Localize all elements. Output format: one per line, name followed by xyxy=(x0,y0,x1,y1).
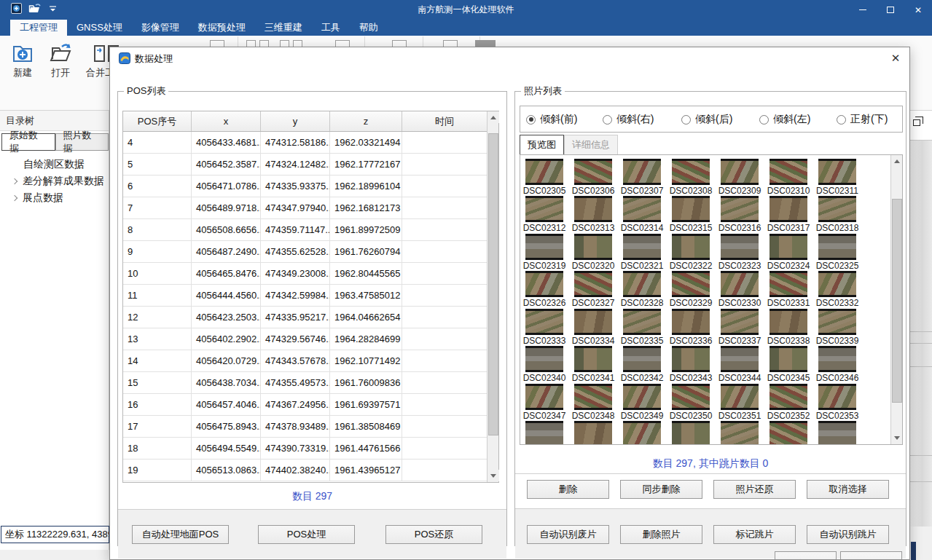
photo-thumbnail[interactable] xyxy=(574,346,612,372)
photo-cell[interactable]: DSC02353 xyxy=(814,384,861,421)
photo-cell[interactable]: DSC02306 xyxy=(570,159,616,196)
pos-button-1[interactable]: 自动处理地面POS xyxy=(132,525,229,544)
photo-cell[interactable]: DSC02337 xyxy=(716,309,763,346)
ribbon-tab-7[interactable]: 帮助 xyxy=(350,20,388,36)
photo-thumbnail[interactable] xyxy=(525,196,563,222)
photo-thumbnail[interactable] xyxy=(818,271,856,297)
photo-cell-partial[interactable] xyxy=(619,421,665,445)
tree-item-2[interactable]: 差分解算成果数据 xyxy=(0,173,109,189)
photo-thumbnail[interactable] xyxy=(623,384,661,410)
pos-table-row[interactable]: 104056465.8476...474349.23008...1962.804… xyxy=(123,263,498,285)
ribbon-tab-3[interactable]: 影像管理 xyxy=(132,20,189,36)
photo-thumbnail[interactable] xyxy=(770,159,807,185)
sidebar-tab-2[interactable]: 照片数据 xyxy=(55,133,109,151)
toolbar-button-1[interactable]: 新建 xyxy=(7,40,38,81)
photo-thumbnail[interactable] xyxy=(623,196,661,222)
photo-thumbnail[interactable] xyxy=(721,346,759,372)
photo-cell[interactable]: DSC02325 xyxy=(814,234,861,271)
pos-table-row[interactable]: 114056444.4560...474342.59984...1963.475… xyxy=(123,285,498,307)
photo-cell[interactable]: DSC02352 xyxy=(765,384,812,421)
photo-cell[interactable]: DSC02308 xyxy=(667,159,714,196)
photo-cell[interactable]: DSC02319 xyxy=(521,234,568,271)
photo-thumbnail[interactable] xyxy=(818,384,856,410)
photo-cell[interactable]: DSC02341 xyxy=(570,346,616,383)
photo-thumbnail[interactable] xyxy=(623,346,661,372)
scrollbar-thumb[interactable] xyxy=(892,199,902,403)
photo-thumbnail[interactable] xyxy=(818,421,856,445)
photo-thumbnail[interactable] xyxy=(770,271,807,297)
photo-thumbnail[interactable] xyxy=(818,159,856,185)
photo-thumbnail[interactable] xyxy=(672,271,710,297)
photo-thumbnail[interactable] xyxy=(525,234,563,260)
restore-window-icon[interactable] xyxy=(913,119,920,126)
pos-button-2[interactable]: POS处理 xyxy=(258,525,355,544)
photo-cell[interactable]: DSC02311 xyxy=(814,159,861,196)
ribbon-tab-4[interactable]: 数据预处理 xyxy=(189,20,255,36)
camera-angle-radio-2[interactable]: 倾斜(右) xyxy=(603,113,654,126)
photo-cell[interactable]: DSC02324 xyxy=(765,234,812,271)
photo-button-3[interactable]: 照片还原 xyxy=(713,480,796,499)
pos-table-row[interactable]: 174056475.8943...474378.93489...1961.385… xyxy=(123,416,498,438)
photo-thumbnail[interactable] xyxy=(574,421,612,445)
photo-cell[interactable]: DSC02342 xyxy=(619,346,665,383)
photo-cell[interactable]: DSC02345 xyxy=(765,346,812,383)
photo-cell[interactable]: DSC02316 xyxy=(716,196,763,233)
photo-thumbnail[interactable] xyxy=(525,421,563,445)
tree-item-1[interactable]: 自绘测区数据 xyxy=(0,156,109,173)
scrollbar-thumb[interactable] xyxy=(488,133,498,435)
photo-thumbnail[interactable] xyxy=(818,309,856,335)
pos-table-row[interactable]: 94056487.2490...474355.62528...1961.7626… xyxy=(123,241,498,263)
photo-thumbnail[interactable] xyxy=(623,271,661,297)
photo-button-1[interactable]: 删除 xyxy=(527,480,609,499)
photo-thumbnail[interactable] xyxy=(721,196,759,222)
photo-cell[interactable]: DSC02309 xyxy=(716,159,763,196)
scroll-down-button[interactable] xyxy=(487,470,499,481)
photo-thumbnail[interactable] xyxy=(574,196,612,222)
photo-thumbnail[interactable] xyxy=(721,309,759,335)
photo-cell-partial[interactable] xyxy=(521,421,568,445)
pos-table-row[interactable]: 164056457.4046...474367.24956...1961.693… xyxy=(123,394,498,416)
photo-tab-1[interactable]: 预览图 xyxy=(520,135,564,154)
photo-cell-partial[interactable] xyxy=(570,421,616,445)
photo-cell[interactable]: DSC02312 xyxy=(521,196,568,233)
photo-cell[interactable]: DSC02322 xyxy=(667,234,714,271)
photo-thumbnail[interactable] xyxy=(574,271,612,297)
pos-table-row[interactable]: 44056433.4681...474312.58186...1962.0332… xyxy=(123,132,498,154)
photo-thumbnail[interactable] xyxy=(574,234,612,260)
photo-cell[interactable]: DSC02323 xyxy=(716,234,763,271)
photo-cell[interactable]: DSC02348 xyxy=(570,384,616,421)
photo-cell[interactable]: DSC02349 xyxy=(619,384,665,421)
close-button[interactable]: ✕ xyxy=(904,0,932,20)
photo-cell[interactable]: DSC02340 xyxy=(521,346,568,383)
photo-thumbnail[interactable] xyxy=(525,346,563,372)
photo-cell[interactable]: DSC02327 xyxy=(570,271,616,308)
toolbar-button-2[interactable]: 打开 xyxy=(45,40,76,81)
photo-thumbnail[interactable] xyxy=(672,234,710,260)
photo-thumbnail[interactable] xyxy=(623,234,661,260)
photo-thumbnail[interactable] xyxy=(574,384,612,410)
photo-thumbnail[interactable] xyxy=(574,309,612,335)
sidebar-tab-1[interactable]: 原始数据 xyxy=(1,133,55,151)
photo-thumbnail[interactable] xyxy=(525,159,563,185)
photo-cell[interactable]: DSC02343 xyxy=(667,346,714,383)
camera-angle-radio-4[interactable]: 倾斜(左) xyxy=(759,113,810,126)
scroll-up-button[interactable] xyxy=(487,111,499,123)
tree-item-3[interactable]: 展点数据 xyxy=(0,189,109,206)
pos-button-3[interactable]: POS还原 xyxy=(385,525,482,544)
photo-button-row2-1[interactable]: 自动识别废片 xyxy=(527,525,609,544)
photo-thumbnail[interactable] xyxy=(525,271,563,297)
photo-cell[interactable]: DSC02339 xyxy=(814,309,861,346)
photo-thumbnail[interactable] xyxy=(818,234,856,260)
ribbon-tab-1[interactable]: 工程管理 xyxy=(10,20,67,36)
photo-cell[interactable]: DSC02305 xyxy=(521,159,568,196)
photo-cell[interactable]: DSC02326 xyxy=(521,271,568,308)
chevron-right-icon[interactable] xyxy=(12,194,17,200)
photo-thumbnail[interactable] xyxy=(721,234,759,260)
photo-thumbnail[interactable] xyxy=(818,346,856,372)
photo-cell[interactable]: DSC02328 xyxy=(619,271,665,308)
pos-table-row[interactable]: 134056402.2902...474329.56746...1964.282… xyxy=(123,328,498,350)
chevron-right-icon[interactable] xyxy=(12,178,17,184)
dialog-bottom-button-2[interactable]: 取消 xyxy=(840,551,902,560)
photo-grid-scrollbar[interactable] xyxy=(890,155,902,444)
photo-cell[interactable]: DSC02346 xyxy=(814,346,861,383)
